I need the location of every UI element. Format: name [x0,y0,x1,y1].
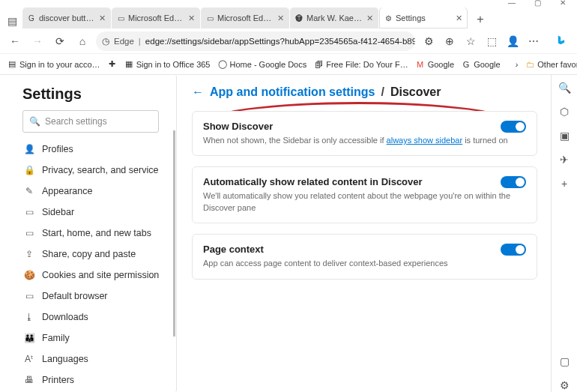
siderail-search-icon[interactable]: 🔍 [558,81,571,94]
toolbar-right: ⚙ ⊕ ☆ ⬚ 👤 ⋯ [420,32,543,50]
gmail-icon: M [416,60,425,69]
site-favicon: 🅣 [294,13,303,22]
card-title: Show Discover [203,121,526,132]
bookmark-item[interactable]: GGoogle [462,60,500,69]
nav-default-browser[interactable]: ▭Default browser [22,286,159,307]
tab-actions-button[interactable]: ▤ [4,13,19,28]
siderail-copilot-icon[interactable]: ⬡ [558,105,571,118]
card-title: Automatically show related content in Di… [203,176,526,187]
bookmark-label: Free File: Do Your F… [326,60,408,69]
nav-label: Languages [42,354,88,364]
nav-start-home[interactable]: ▭Start, home, and new tabs [22,223,159,244]
nav-cookies[interactable]: 🍪Cookies and site permissions [22,265,159,286]
folder-icon: 🗀 [525,60,534,69]
refresh-button[interactable]: ⟳ [51,32,69,50]
edge-lock-icon: ◷ [102,36,109,46]
window-maximize[interactable]: ▢ [531,0,544,7]
back-arrow-icon[interactable]: ← [192,85,204,99]
siderail-send-icon[interactable]: ✈ [558,153,571,166]
profile-avatar[interactable]: 👤 [504,32,522,50]
gear-icon: ⚙ [384,13,393,22]
card-description: We'll automatically show you related con… [203,190,526,214]
bookmark-label: Google [474,60,500,69]
search-icon: 🔍 [29,116,40,127]
nav-label: Share, copy and paste [42,249,136,259]
toggle-show-discover[interactable] [501,121,526,133]
bookmark-item[interactable]: ▤Sign in to your acco… [7,60,100,69]
nav-downloads[interactable]: ⭳Downloads [22,307,159,328]
tab-1[interactable]: ▭ Microsoft Edge rel… ✕ [112,7,200,28]
tab-0[interactable]: G discover button in … ✕ [22,7,111,28]
bookmark-label: Home - Google Docs [230,60,307,69]
siderail-settings-icon[interactable]: ⚙ [558,379,571,392]
close-icon[interactable]: ✕ [456,13,463,23]
pencil-icon: ✎ [24,186,34,196]
extensions-icon[interactable]: ⊕ [441,32,459,50]
home-button[interactable]: ⌂ [73,32,91,50]
card-show-discover: Show Discover When not shown, the Sideba… [192,111,537,156]
bookmark-item[interactable]: ✚ [108,60,117,69]
plus-icon: ✚ [108,60,117,69]
search-placeholder: Search settings [45,116,107,127]
toggle-page-context[interactable] [501,244,526,256]
close-icon[interactable]: ✕ [277,13,285,23]
favorites-icon[interactable]: ☆ [462,32,480,50]
nav-privacy[interactable]: 🔒Privacy, search, and services [22,160,159,181]
google-icon: G [462,60,471,69]
siderail-add-icon[interactable]: + [558,177,571,190]
always-show-sidebar-link[interactable]: always show sidebar [387,136,463,145]
nav-profiles[interactable]: 👤Profiles [22,139,159,160]
more-menu-icon[interactable]: ⋯ [525,32,543,50]
close-icon[interactable]: ✕ [99,13,106,23]
gear-icon[interactable]: ⚙ [420,32,438,50]
nav-label: Default browser [42,291,108,301]
bing-discover-button[interactable] [552,31,571,51]
tab-2[interactable]: ▭ Microsoft Edge rel… ✕ [201,7,289,28]
desc-text: When not shown, the Sidebar is only acce… [203,136,387,145]
collections-icon[interactable]: ⬚ [483,32,501,50]
bookmarks-bar: ▤Sign in to your acco… ✚ ▦Sign in to Off… [0,54,577,75]
nav-family[interactable]: 👪Family [22,328,159,349]
address-bar[interactable]: ◷ Edge | edge://settings/sidebar/appSett… [96,31,415,51]
bookmark-item[interactable]: MGoogle [416,60,454,69]
edge-favicon: ▭ [116,13,125,22]
nav-label: Privacy, search, and services [42,165,159,175]
bookmark-label: Google [428,60,454,69]
language-icon: Aᵗ [24,354,34,364]
settings-search[interactable]: 🔍 Search settings [22,110,159,133]
nav-sidebar[interactable]: ▭Sidebar [22,202,159,223]
close-icon[interactable]: ✕ [366,13,374,23]
window-minimize[interactable]: — [505,0,519,7]
edge-siderail: 🔍 ⬡ ▣ ✈ + ▢ ⚙ [552,75,577,392]
nav-label: Cookies and site permissions [42,270,159,280]
bookmark-item[interactable]: ▦Sign in to Office 365 [124,60,211,69]
tab-4-active[interactable]: ⚙ Settings ✕ [379,7,468,28]
forward-button[interactable]: → [28,32,46,50]
bookmark-item[interactable]: ◯Home - Google Docs [218,60,307,69]
google-favicon: G [27,13,36,22]
window-close[interactable]: ✕ [556,0,570,7]
nav-appearance[interactable]: ✎Appearance [22,181,159,202]
bookmark-item[interactable]: 🗐Free File: Do Your F… [314,60,408,69]
edge-favicon: ▭ [205,13,214,22]
siderail-outlook-icon[interactable]: ▣ [558,129,571,142]
nav-label: Downloads [42,312,88,322]
nav-label: Profiles [42,144,73,154]
tab-label: discover button in … [39,13,96,22]
toggle-auto-related[interactable] [501,176,526,188]
bookmark-label: Other favorites [537,60,577,69]
other-favorites[interactable]: 🗀Other favorites [525,60,577,69]
tab-3[interactable]: 🅣 Mark W. Kaelin, A… ✕ [290,7,378,28]
nav-printers[interactable]: 🖶Printers [22,370,159,391]
profile-icon: 👤 [24,144,34,154]
nav-languages[interactable]: AᵗLanguages [22,349,159,370]
siderail-panel-icon[interactable]: ▢ [558,355,571,368]
bookmarks-overflow[interactable]: › [516,60,519,69]
circle-icon: ◯ [218,60,227,69]
close-icon[interactable]: ✕ [188,13,196,23]
breadcrumb-parent[interactable]: App and notification settings [210,85,375,99]
nav-share-copy[interactable]: ⇪Share, copy and paste [22,244,159,265]
settings-content: ← App and notification settings / Discov… [178,75,551,392]
new-tab-button[interactable]: + [471,10,489,28]
back-button[interactable]: ← [6,32,24,50]
